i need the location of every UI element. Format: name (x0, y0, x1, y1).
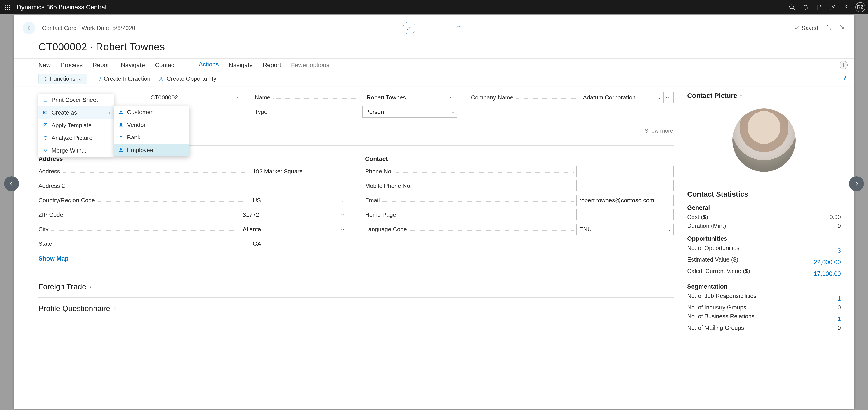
contact-column: Contact Phone No. Mobile Phone No. Email… (365, 151, 674, 262)
value-business-relations[interactable]: 1 (837, 316, 841, 322)
cmd-navigate[interactable]: Navigate (121, 62, 145, 69)
menu-apply-template[interactable]: Apply Template... (38, 119, 114, 131)
label-country: Country/Region Code (38, 197, 95, 204)
delete-button[interactable] (453, 22, 465, 34)
label-mailing-groups: No. of Mailing Groups (687, 324, 744, 332)
pin-icon[interactable] (842, 75, 848, 83)
value-duration: 0 (838, 222, 841, 229)
input-type[interactable] (362, 106, 457, 118)
show-map-link[interactable]: Show Map (38, 255, 69, 262)
stats-group-general: General (687, 204, 841, 211)
input-company[interactable] (580, 92, 664, 103)
input-state[interactable] (250, 238, 347, 249)
svg-point-3 (5, 7, 6, 8)
label-homepage: Home Page (365, 211, 396, 218)
ellipsis-name[interactable]: ··· (447, 92, 457, 103)
cmd-contact[interactable]: Contact (155, 62, 176, 69)
menu-merge-with[interactable]: Merge With... (38, 144, 114, 157)
label-name: Name (255, 94, 270, 101)
ellipsis-company[interactable]: ··· (664, 92, 674, 103)
svg-line-10 (793, 8, 795, 10)
create-interaction-button[interactable]: Create Interaction (96, 75, 151, 82)
help-icon[interactable] (839, 0, 853, 14)
submenu-vendor[interactable]: Vendor (114, 119, 189, 131)
stats-group-segmentation: Segmentation (687, 283, 841, 290)
svg-rect-16 (44, 124, 45, 125)
notifications-icon[interactable] (799, 0, 812, 14)
value-industry-groups: 0 (838, 304, 841, 311)
edit-button[interactable] (403, 22, 415, 34)
input-zip[interactable] (240, 209, 337, 220)
cmd-process[interactable]: Process (61, 62, 83, 69)
menu-analyze-picture[interactable]: Analyze Picture (38, 131, 114, 144)
input-name[interactable] (364, 92, 447, 103)
prev-record-button[interactable] (4, 176, 19, 191)
input-mobile[interactable] (577, 180, 674, 191)
menu-print-cover-sheet[interactable]: Print Cover Sheet (38, 94, 114, 106)
input-address[interactable] (250, 166, 347, 177)
input-email[interactable] (577, 195, 674, 206)
app-launcher-icon[interactable] (3, 2, 12, 12)
label-email: Email (365, 197, 380, 204)
cmd-new[interactable]: New (38, 62, 51, 69)
saved-indicator: Saved (794, 25, 818, 32)
input-phone[interactable] (577, 166, 674, 177)
create-opportunity-button[interactable]: Create Opportunity (159, 75, 216, 82)
svg-rect-17 (46, 124, 47, 125)
functions-dropdown-button[interactable]: Functions ⌄ (38, 74, 88, 84)
factbox-column: Contact Picture Contact Statistics Gener… (674, 92, 841, 333)
menu-create-as[interactable]: Create as› (38, 106, 114, 119)
next-record-button[interactable] (849, 176, 864, 191)
user-avatar[interactable]: RZ (855, 2, 865, 12)
actions-toolbar: Functions ⌄ Create Interaction Create Op… (13, 72, 855, 86)
svg-point-6 (5, 9, 6, 10)
contact-picture-title[interactable]: Contact Picture (687, 92, 841, 99)
cmd-report2[interactable]: Report (263, 62, 281, 69)
flag-icon[interactable] (812, 0, 826, 14)
input-address2[interactable] (250, 180, 347, 191)
cmd-actions[interactable]: Actions (199, 61, 219, 69)
settings-icon[interactable] (826, 0, 839, 14)
cmd-navigate2[interactable]: Navigate (229, 62, 253, 69)
back-button[interactable] (23, 22, 35, 34)
info-icon[interactable]: i (839, 61, 848, 69)
ellipsis-no[interactable]: ··· (231, 92, 241, 103)
svg-point-1 (7, 4, 8, 6)
submenu-customer[interactable]: Customer (114, 106, 189, 119)
value-job-resp[interactable]: 1 (837, 295, 841, 302)
ellipsis-zip[interactable]: ··· (337, 209, 347, 220)
new-button[interactable] (428, 22, 440, 34)
cmd-fewer-options[interactable]: Fewer options (291, 62, 329, 69)
value-cost: 0.00 (829, 214, 841, 221)
label-city: City (38, 226, 49, 233)
svg-point-5 (9, 7, 10, 8)
submenu-bank[interactable]: Bank (114, 131, 189, 144)
header-right: Saved (794, 24, 845, 32)
input-homepage[interactable] (577, 209, 674, 220)
search-icon[interactable] (785, 0, 799, 14)
popout-icon[interactable] (826, 24, 832, 32)
value-current-value[interactable]: 17,100.00 (814, 270, 841, 277)
ellipsis-city[interactable]: ··· (337, 224, 347, 235)
svg-point-8 (9, 9, 10, 10)
input-no[interactable] (148, 92, 231, 103)
label-zip: ZIP Code (38, 211, 63, 218)
address-column: Address Address Address 2 Country/Region… (38, 151, 347, 262)
input-language[interactable] (577, 224, 674, 235)
card-header: Contact Card | Work Date: 5/6/2020 Saved (13, 15, 855, 41)
svg-point-11 (832, 6, 834, 8)
label-state: State (38, 240, 52, 247)
section-foreign-trade[interactable]: Foreign Trade (38, 276, 674, 298)
submenu-employee[interactable]: Employee (114, 144, 189, 156)
value-no-opportunities[interactable]: 3 (837, 247, 841, 254)
cmd-report[interactable]: Report (93, 62, 111, 69)
collapse-icon[interactable] (839, 24, 845, 32)
label-estimated-value: Estimated Value ($) (687, 256, 738, 266)
label-language: Language Code (365, 226, 407, 233)
svg-rect-14 (43, 112, 48, 114)
section-profile-questionnaire[interactable]: Profile Questionnaire (38, 298, 674, 319)
svg-point-19 (120, 111, 122, 112)
input-country[interactable] (250, 195, 347, 206)
input-city[interactable] (240, 224, 337, 235)
value-estimated-value[interactable]: 22,000.00 (814, 259, 841, 266)
